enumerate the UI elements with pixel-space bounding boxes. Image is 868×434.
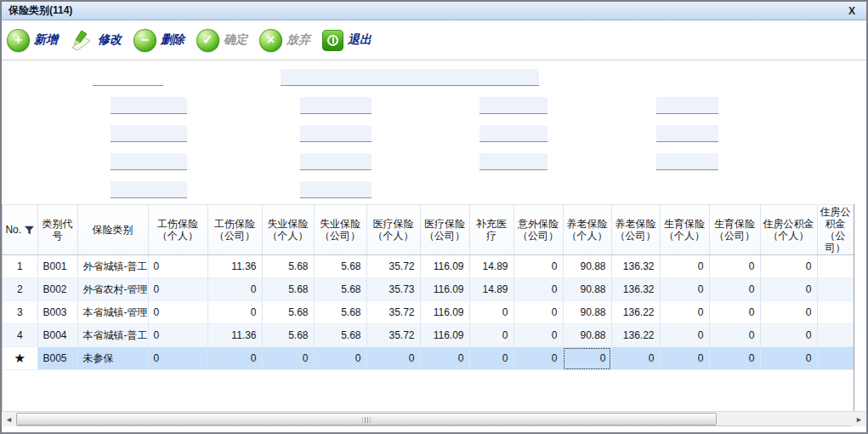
table-cell[interactable]: 0 [760, 347, 817, 370]
table-cell[interactable]: 0 [207, 278, 262, 301]
field-input[interactable] [300, 125, 372, 142]
table-cell[interactable]: 0 [366, 347, 420, 370]
field-input[interactable] [111, 125, 187, 142]
table-cell[interactable]: 0 [207, 347, 262, 370]
table-row[interactable]: ★B005未参保0000000000000 [3, 347, 854, 370]
column-header[interactable]: 生育保险（公司） [709, 205, 760, 255]
close-button[interactable]: X [844, 5, 859, 17]
table-cell[interactable]: 116.09 [420, 301, 469, 324]
table-cell[interactable] [817, 324, 854, 347]
table-cell[interactable]: 116.09 [420, 324, 469, 347]
table-cell[interactable]: 外省农村-管理 [77, 278, 148, 301]
row-number-cell[interactable]: 4 [3, 324, 37, 347]
table-cell[interactable]: 0 [760, 278, 817, 301]
field-input[interactable] [281, 69, 539, 86]
confirm-button[interactable]: ✓确定 [196, 29, 247, 52]
table-cell[interactable]: 90.88 [563, 301, 611, 324]
scrollbar-thumb[interactable] [16, 413, 717, 425]
table-cell[interactable]: B001 [37, 255, 77, 278]
table-cell[interactable]: 90.88 [563, 278, 611, 301]
field-input[interactable] [300, 97, 372, 114]
table-cell[interactable]: 0 [513, 301, 563, 324]
table-cell[interactable]: 35.73 [366, 278, 420, 301]
column-header[interactable]: 养老保险（个人） [563, 205, 611, 255]
table-cell[interactable]: 0 [760, 301, 817, 324]
table-row[interactable]: 3B003本省城镇-管理005.685.6835.72116.090090.88… [3, 301, 854, 324]
table-cell[interactable]: 未参保 [77, 347, 148, 370]
column-header[interactable]: 保险类别 [77, 205, 148, 255]
table-cell[interactable]: 35.72 [366, 301, 420, 324]
table-cell[interactable]: 0 [709, 278, 760, 301]
row-number-cell[interactable]: 2 [3, 278, 37, 301]
column-header[interactable]: 生育保险（个人） [660, 205, 709, 255]
table-cell[interactable] [817, 255, 854, 278]
column-header[interactable]: 工伤保险（公司） [207, 205, 262, 255]
column-header[interactable]: 医疗保险（个人） [366, 205, 420, 255]
table-cell[interactable]: B004 [37, 324, 77, 347]
table-cell[interactable]: B005 [37, 347, 77, 370]
filter-funnel-icon[interactable] [25, 226, 34, 235]
table-cell[interactable]: 90.88 [563, 324, 611, 347]
field-input[interactable] [111, 153, 187, 170]
table-cell[interactable] [817, 278, 854, 301]
modify-button[interactable]: 修改 [70, 29, 122, 52]
column-header[interactable]: No. [3, 205, 37, 255]
field-input[interactable] [300, 181, 372, 198]
table-cell[interactable]: B002 [37, 278, 77, 301]
table-cell[interactable] [817, 301, 854, 324]
column-header[interactable]: 补充医疗 [469, 205, 513, 255]
table-cell[interactable]: 11.36 [207, 324, 262, 347]
table-cell[interactable]: 0 [148, 255, 207, 278]
table-cell[interactable]: 0 [760, 255, 817, 278]
focused-cell[interactable]: 0 [563, 347, 611, 370]
table-cell[interactable]: 0 [469, 324, 513, 347]
column-header[interactable]: 住房公积金（公司） [817, 205, 854, 255]
table-cell[interactable]: 35.72 [366, 324, 420, 347]
table-cell[interactable]: 0 [148, 347, 207, 370]
column-header[interactable]: 养老保险（公司） [611, 205, 660, 255]
row-marker-cell[interactable]: ★ [3, 347, 37, 370]
table-cell[interactable]: 0 [709, 255, 760, 278]
table-cell[interactable]: 0 [207, 301, 262, 324]
column-header[interactable]: 住房公积金（个人） [760, 205, 817, 255]
table-cell[interactable]: 0 [148, 301, 207, 324]
table-cell[interactable]: 0 [469, 347, 513, 370]
table-cell[interactable]: 136.32 [611, 278, 660, 301]
scroll-left-arrow-icon[interactable]: ◄ [2, 412, 16, 426]
field-input[interactable] [479, 97, 547, 114]
field-input[interactable] [656, 153, 718, 170]
table-cell[interactable]: 0 [709, 324, 760, 347]
table-cell[interactable]: 0 [660, 324, 709, 347]
table-cell[interactable]: 0 [660, 301, 709, 324]
row-number-cell[interactable]: 1 [3, 255, 37, 278]
table-cell[interactable]: 14.89 [469, 278, 513, 301]
table-cell[interactable]: 136.32 [611, 255, 660, 278]
column-header[interactable]: 工伤保险（个人） [148, 205, 207, 255]
table-cell[interactable]: 0 [262, 347, 314, 370]
field-input[interactable] [479, 125, 547, 142]
table-row[interactable]: 4B004本省城镇-普工011.365.685.6835.72116.09009… [3, 324, 854, 347]
table-cell[interactable]: 0 [148, 278, 207, 301]
add-button[interactable]: +新增 [7, 29, 58, 52]
field-input[interactable] [300, 153, 372, 170]
table-row[interactable]: 1B001外省城镇-普工011.365.685.6835.72116.0914.… [3, 255, 854, 278]
field-input[interactable] [656, 97, 718, 114]
field-input[interactable] [656, 125, 718, 142]
table-cell[interactable]: 0 [611, 347, 660, 370]
abandon-button[interactable]: ×放弃 [259, 29, 310, 52]
table-cell[interactable]: 5.68 [262, 255, 314, 278]
table-cell[interactable]: 11.36 [207, 255, 262, 278]
table-cell[interactable]: 5.68 [262, 301, 314, 324]
table-cell[interactable]: 0 [709, 301, 760, 324]
field-input[interactable] [93, 69, 163, 86]
exit-button[interactable]: 退出 [322, 30, 372, 51]
table-cell[interactable]: 外省城镇-普工 [77, 255, 148, 278]
table-cell[interactable]: 35.72 [366, 255, 420, 278]
field-input[interactable] [111, 181, 187, 198]
delete-button[interactable]: −删除 [133, 29, 184, 52]
scroll-right-arrow-icon[interactable]: ► [852, 412, 866, 426]
table-cell[interactable]: 5.68 [262, 278, 314, 301]
table-cell[interactable]: 0 [660, 347, 709, 370]
table-cell[interactable]: 116.09 [420, 278, 469, 301]
table-cell[interactable]: 0 [469, 301, 513, 324]
